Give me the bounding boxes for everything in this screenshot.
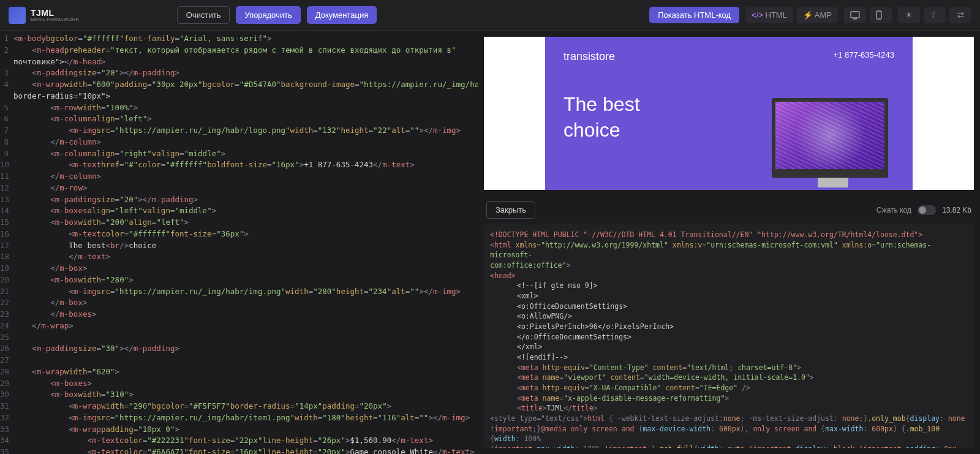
svg-rect-2 [876, 11, 881, 19]
email-preview: transistore +1 877-635-4243 The bestchoi… [484, 37, 974, 190]
svg-rect-0 [851, 12, 859, 18]
close-output-button[interactable]: Закрыть [486, 201, 535, 219]
output-html[interactable]: <!DOCTYPE HTML PUBLIC "-//W3C//DTD HTML … [484, 224, 974, 448]
show-html-button[interactable]: Показать HTML-код [649, 7, 739, 23]
compress-label: Сжать код [876, 206, 911, 214]
split-icon[interactable]: ⇄ [949, 7, 971, 23]
mobile-view-button[interactable] [870, 7, 892, 23]
moon-icon[interactable]: ☾ [924, 7, 946, 23]
amp-format-button[interactable]: ⚡ AMP [797, 7, 838, 23]
top-toolbar: TJML EMAIL FRAMEWORK Очистить Упорядочит… [0, 0, 980, 31]
clear-button[interactable]: Очистить [177, 6, 230, 24]
preview-logo: transistore [564, 50, 615, 63]
brand-sub: EMAIL FRAMEWORK [31, 17, 79, 22]
desktop-view-button[interactable] [844, 7, 866, 23]
output-toolbar: Закрыть Сжать код 13.82 Kb [478, 196, 980, 224]
preview-headline: The bestchoice [564, 92, 640, 143]
source-editor[interactable]: 1<m-body bgcolor="#ffffff" font-family="… [0, 31, 478, 454]
html-format-button[interactable]: </> HTML [745, 7, 793, 23]
monitor-image [772, 98, 894, 190]
sun-icon[interactable]: ☀ [898, 7, 920, 23]
logo-cube-icon [9, 7, 26, 24]
tidy-button[interactable]: Упорядочить [236, 6, 300, 24]
compress-toggle[interactable] [918, 205, 936, 215]
output-size: 13.82 Kb [942, 206, 971, 214]
brand-logo: TJML EMAIL FRAMEWORK [9, 7, 79, 24]
docs-button[interactable]: Документация [307, 6, 377, 24]
preview-phone: +1 877-635-4243 [834, 50, 894, 59]
